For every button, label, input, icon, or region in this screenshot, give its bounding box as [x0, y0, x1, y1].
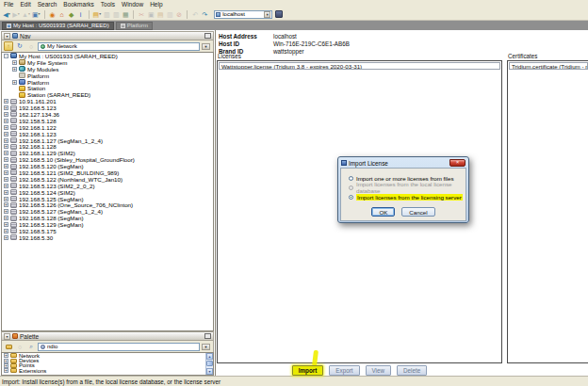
home-icon[interactable]: ⌂: [57, 9, 67, 20]
expand-icon[interactable]: +: [4, 197, 8, 201]
tree-item[interactable]: +192.168.5.123: [2, 105, 213, 111]
tree-item[interactable]: +192.168.5.129 (SegMan): [2, 221, 213, 228]
delete-button[interactable]: Delete: [397, 365, 427, 376]
address-bar[interactable]: localhost ▼: [214, 10, 272, 19]
export-button[interactable]: Export: [329, 365, 359, 376]
license-item[interactable]: Wattstopper.license (Tridium 3.8 - expir…: [219, 62, 500, 70]
menu-bookmarks[interactable]: Bookmarks: [63, 1, 94, 8]
tree-item[interactable]: +192.168.5.128 (SegMan): [2, 215, 213, 221]
tree-item[interactable]: +My File System: [2, 59, 213, 66]
menu-edit[interactable]: Edit: [20, 1, 30, 8]
menu-search[interactable]: Search: [38, 1, 57, 8]
expand-icon[interactable]: +: [4, 138, 8, 143]
info-icon[interactable]: i: [76, 9, 86, 20]
tree-item[interactable]: Platform: [2, 72, 213, 79]
expand-icon[interactable]: +: [4, 112, 8, 117]
tree-item[interactable]: +192.168.5.124 (SIM2): [2, 189, 213, 196]
palette-popout-icon[interactable]: [204, 333, 211, 339]
collapse-icon[interactable]: -: [4, 54, 8, 58]
expand-icon[interactable]: +: [4, 202, 8, 207]
nav-scope-select[interactable]: My Network: [38, 42, 200, 51]
tree-item[interactable]: +192.168.5.120 (SegMan): [2, 163, 213, 169]
expand-icon[interactable]: +: [4, 209, 8, 214]
view-button[interactable]: View: [366, 365, 392, 376]
palette-collapse-icon[interactable]: ▾: [4, 333, 10, 340]
tree-item[interactable]: -My Host : US001933 (SARAH_REED): [2, 53, 213, 59]
back-icon[interactable]: ◀▾: [2, 9, 11, 20]
tree-item[interactable]: +192.168.5.123 (SIM2_2_0_2): [2, 183, 213, 189]
open-folder-icon[interactable]: ▤▾: [92, 9, 103, 20]
address-dropdown-icon[interactable]: ▼: [264, 11, 270, 18]
palette-module-dropdown-icon[interactable]: ▼: [202, 344, 210, 350]
expand-icon[interactable]: +: [4, 151, 8, 155]
expand-icon[interactable]: +: [4, 177, 8, 182]
palette-scrollbar[interactable]: ▲ ▼: [205, 353, 213, 375]
expand-icon[interactable]: +: [4, 144, 8, 149]
expand-icon[interactable]: +: [4, 119, 8, 123]
nav-scope-dropdown-icon[interactable]: ▼: [202, 43, 210, 50]
tree-item[interactable]: +192.168.5.121 (SIM2_BUILDING_989): [2, 169, 213, 176]
import-button[interactable]: Import: [292, 365, 324, 376]
tree-item[interactable]: +192.168.5.175: [2, 228, 213, 234]
tree-item[interactable]: +Platform: [2, 79, 213, 86]
expand-icon[interactable]: +: [4, 216, 8, 220]
expand-icon[interactable]: +: [4, 190, 8, 195]
expand-icon[interactable]: +: [4, 222, 8, 227]
expand-icon[interactable]: +: [4, 235, 8, 240]
redo-icon[interactable]: ↷: [200, 9, 209, 20]
expand-icon[interactable]: +: [4, 184, 8, 188]
certificate-item[interactable]: Tridium.certificate (Tridium - never ex: [509, 62, 588, 70]
menu-file[interactable]: File: [4, 1, 13, 8]
tree-item[interactable]: +192.168.1.122: [2, 124, 213, 131]
tree-item[interactable]: +My Modules: [2, 66, 213, 72]
menu-window[interactable]: Window: [122, 1, 143, 8]
nav-collapse-icon[interactable]: ▾: [4, 33, 10, 40]
dialog-title-bar[interactable]: Import License ×: [340, 158, 466, 168]
tree-item[interactable]: Station (SARAH_REED): [2, 91, 213, 98]
tree-item[interactable]: +192.168.1.129 (SIM2): [2, 150, 213, 156]
tree-item[interactable]: +192.168.5.125 (SegMan): [2, 196, 213, 202]
address-input[interactable]: localhost: [222, 11, 262, 17]
tree-item[interactable]: +192.168.5.126 (One_Source_706_NClinton): [2, 201, 213, 208]
expand-icon[interactable]: +: [4, 157, 8, 162]
tree-item[interactable]: Station: [2, 85, 213, 91]
expand-icon[interactable]: +: [4, 368, 8, 373]
expand-icon[interactable]: +: [4, 105, 8, 110]
nav-refresh-icon[interactable]: ↻: [15, 41, 24, 51]
nav-up-folder-icon[interactable]: ↑: [4, 41, 13, 51]
expand-icon[interactable]: +: [4, 99, 8, 104]
station-icon[interactable]: ◆: [67, 9, 76, 20]
palette-item-extensions[interactable]: +Extensions: [2, 368, 213, 373]
tree-item[interactable]: +192.168.1.127 (SegMan_1_2_4): [2, 137, 213, 144]
certificates-list[interactable]: Tridium.certificate (Tridium - never ex: [507, 60, 588, 363]
scroll-up-icon[interactable]: ▲: [206, 353, 213, 360]
expand-icon[interactable]: +: [12, 80, 17, 85]
palette-module-select[interactable]: ndio: [38, 343, 200, 351]
menu-tools[interactable]: Tools: [101, 1, 115, 8]
expand-icon[interactable]: +: [4, 132, 8, 137]
tree-item[interactable]: +192.158.5.128: [2, 118, 213, 124]
tree-item[interactable]: +10.91.161.201: [2, 98, 213, 105]
radio-icon[interactable]: [349, 176, 353, 181]
tree-item[interactable]: +192.168.5.122 (Northland_WTC_Jan10): [2, 176, 213, 183]
tree-item[interactable]: +192.168.5.127 (SegMan_1_2_4): [2, 208, 213, 215]
scroll-thumb[interactable]: [206, 361, 213, 366]
tab-platform[interactable]: Platform: [116, 22, 153, 30]
expand-icon[interactable]: +: [4, 125, 8, 130]
radio-selected-icon[interactable]: [349, 195, 353, 200]
scroll-down-icon[interactable]: ▼: [206, 368, 213, 375]
panel-divider[interactable]: [215, 30, 216, 376]
expand-icon[interactable]: +: [4, 229, 8, 233]
refresh-icon[interactable]: ▦: [121, 9, 130, 20]
palette-search-icon[interactable]: ⌕: [26, 342, 36, 351]
cancel-button[interactable]: Cancel: [401, 207, 434, 217]
tree-item[interactable]: +192.168.1.128: [2, 143, 213, 150]
tab-my-host-us001933-sarah-reed[interactable]: My Host : US001933 (SARAH_REED): [2, 22, 114, 30]
tree-item[interactable]: +192.168.5.10 (Sibley_Hospital_GroundFlo…: [2, 156, 213, 163]
tree-item[interactable]: +162.127.134.36: [2, 111, 213, 118]
expand-icon[interactable]: +: [12, 60, 17, 65]
nav-popout-icon[interactable]: [204, 33, 211, 39]
expand-icon[interactable]: +: [4, 170, 8, 175]
menu-help[interactable]: Help: [150, 1, 162, 8]
tree-item[interactable]: +192.168.1.123: [2, 131, 213, 137]
